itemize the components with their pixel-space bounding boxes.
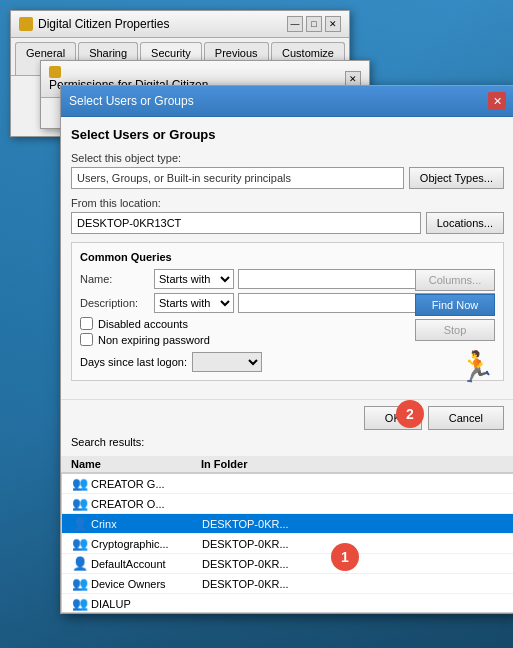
result-row[interactable]: 👥 CREATOR O... <box>62 494 513 514</box>
non-expiring-checkbox[interactable] <box>80 333 93 346</box>
result-row[interactable]: 👤 Crinx DESKTOP-0KR... <box>62 514 513 534</box>
find-now-btn[interactable]: Find Now <box>415 294 495 316</box>
sug-close-btn[interactable]: ✕ <box>488 92 506 110</box>
common-queries-box: Common Queries Name: Starts with Descrip… <box>71 242 504 381</box>
object-type-label: Select this object type: <box>71 152 504 164</box>
header-spacer <box>490 458 504 470</box>
columns-btn[interactable]: Columns... <box>415 269 495 291</box>
days-label: Days since last logon: <box>80 356 187 368</box>
object-type-input[interactable] <box>71 167 404 189</box>
object-type-row: Object Types... <box>71 167 504 189</box>
disabled-accounts-checkbox[interactable] <box>80 317 93 330</box>
results-header: Name In Folder <box>61 456 513 473</box>
cancel-btn[interactable]: Cancel <box>428 406 504 430</box>
search-results-section: Search results: <box>61 436 513 456</box>
dialog-footer: OK Cancel <box>61 399 513 436</box>
header-name: Name <box>71 458 201 470</box>
dc-controls: — □ ✕ <box>287 16 341 32</box>
badge-2: 2 <box>396 400 424 428</box>
object-types-btn[interactable]: Object Types... <box>409 167 504 189</box>
location-input[interactable] <box>71 212 421 234</box>
sug-heading: Select Users or Groups <box>71 127 504 142</box>
disabled-accounts-label: Disabled accounts <box>98 318 188 330</box>
user-icon: 👥 <box>72 476 88 491</box>
result-name: 👥 Cryptographic... <box>72 536 202 551</box>
user-icon: 👤 <box>72 556 88 571</box>
days-row: Days since last logon: <box>80 352 495 372</box>
dc-close-btn[interactable]: ✕ <box>325 16 341 32</box>
window-sug: Select Users or Groups ✕ Select Users or… <box>60 85 513 614</box>
perms-icon <box>49 66 61 78</box>
days-select[interactable] <box>192 352 262 372</box>
description-label: Description: <box>80 297 150 309</box>
dc-title: Digital Citizen Properties <box>19 17 169 31</box>
dc-title-bar: Digital Citizen Properties — □ ✕ <box>11 11 349 38</box>
sug-title-bar: Select Users or Groups ✕ <box>61 86 513 117</box>
user-icon: 👥 <box>72 576 88 591</box>
locations-btn[interactable]: Locations... <box>426 212 504 234</box>
result-name: 👤 DefaultAccount <box>72 556 202 571</box>
dc-maximize-btn[interactable]: □ <box>306 16 322 32</box>
dc-folder-icon <box>19 17 33 31</box>
location-row: Locations... <box>71 212 504 234</box>
dc-title-label: Digital Citizen Properties <box>38 17 169 31</box>
running-icon: 🏃 <box>458 352 495 382</box>
name-operator-select[interactable]: Starts with <box>154 269 234 289</box>
result-name: 👥 CREATOR G... <box>72 476 202 491</box>
result-name: 👤 Crinx <box>72 516 202 531</box>
result-folder: DESKTOP-0KR... <box>202 518 503 530</box>
result-name: 👥 DIALUP <box>72 596 202 611</box>
user-icon: 👤 <box>72 516 88 531</box>
user-icon: 👥 <box>72 496 88 511</box>
result-row[interactable]: 👤 DefaultAccount DESKTOP-0KR... <box>62 554 513 574</box>
user-icon: 👥 <box>72 536 88 551</box>
result-row[interactable]: 👥 Cryptographic... DESKTOP-0KR... <box>62 534 513 554</box>
sug-title-label: Select Users or Groups <box>69 94 194 108</box>
sug-body: Select Users or Groups Select this objec… <box>61 117 513 399</box>
result-row[interactable]: 👥 Device Owners DESKTOP-0KR... <box>62 574 513 594</box>
result-row[interactable]: 👥 CREATOR G... <box>62 474 513 494</box>
common-queries-label: Common Queries <box>80 251 495 263</box>
name-label: Name: <box>80 273 150 285</box>
search-results-label: Search results: <box>71 436 504 448</box>
result-row[interactable]: 👥 DIALUP <box>62 594 513 613</box>
location-label: From this location: <box>71 197 504 209</box>
badge-1: 1 <box>331 543 359 571</box>
result-name: 👥 CREATOR O... <box>72 496 202 511</box>
dc-minimize-btn[interactable]: — <box>287 16 303 32</box>
result-name: 👥 Device Owners <box>72 576 202 591</box>
user-icon: 👥 <box>72 596 88 611</box>
result-folder: DESKTOP-0KR... <box>202 578 503 590</box>
non-expiring-label: Non expiring password <box>98 334 210 346</box>
results-body[interactable]: 👥 CREATOR G... 👥 CREATOR O... 👤 Crinx DE… <box>61 473 513 613</box>
header-folder: In Folder <box>201 458 490 470</box>
description-operator-select[interactable]: Starts with <box>154 293 234 313</box>
stop-btn[interactable]: Stop <box>415 319 495 341</box>
